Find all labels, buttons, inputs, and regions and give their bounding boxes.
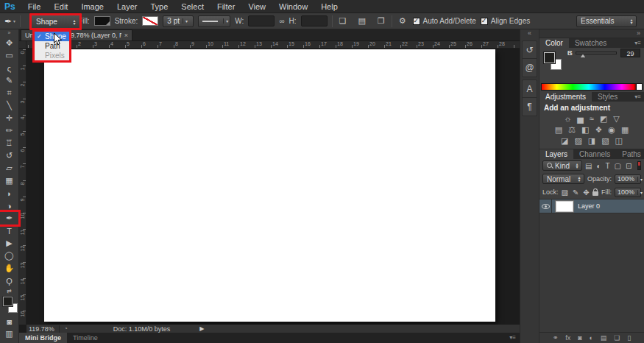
visibility-eye-icon[interactable]: [542, 204, 550, 209]
tool-button[interactable]: ⌗: [0, 87, 18, 99]
pen-tool-preset[interactable]: ✒ ▾: [4, 16, 15, 26]
adjustment-icon[interactable]: ▅: [577, 113, 583, 124]
channel-value[interactable]: 29: [620, 49, 640, 57]
layers-footer-icon[interactable]: ⚭: [553, 334, 559, 342]
tool-button[interactable]: ✎: [0, 74, 18, 87]
stroke-width-dropdown[interactable]: 3 pt ▾: [163, 15, 194, 27]
tool-mode-menu-item[interactable]: ✓ Pixels: [35, 51, 69, 60]
tool-button[interactable]: ✥: [0, 37, 18, 49]
zoom-level[interactable]: 119.78%: [26, 325, 60, 333]
layer-row[interactable]: Layer 0: [539, 199, 644, 213]
adjustment-icon[interactable]: ▦: [621, 124, 629, 135]
menu-item[interactable]: Type: [144, 0, 175, 13]
layer-filter-icon[interactable]: ▤: [585, 162, 592, 170]
adjustment-icon[interactable]: ◫: [615, 135, 623, 146]
panel-menu-icon[interactable]: ▾≡: [509, 333, 516, 343]
options-icon[interactable]: ❐: [375, 16, 387, 26]
tool-button[interactable]: ▶: [0, 237, 18, 250]
tool-button[interactable]: ◗: [0, 187, 18, 199]
tool-button[interactable]: Ϙ: [0, 275, 18, 287]
options-icon[interactable]: ❏: [337, 16, 349, 26]
filter-kind-dropdown[interactable]: Kind ▴▾: [542, 160, 582, 171]
tool-button[interactable]: ♖: [0, 137, 18, 149]
stroke-swatch[interactable]: [142, 16, 158, 26]
bottom-tab[interactable]: Mini Bridge: [19, 333, 67, 343]
panel-icon[interactable]: ↺: [523, 41, 537, 59]
lock-all-icon[interactable]: [592, 191, 598, 196]
color-spectrum-ramp[interactable]: [541, 83, 643, 91]
panel-menu-icon[interactable]: ▾≡: [634, 92, 641, 102]
layer-filter-icon[interactable]: ⊡: [626, 162, 631, 170]
fill-value[interactable]: 100% ▾: [615, 188, 641, 197]
panel-tab[interactable]: Layers: [539, 149, 573, 159]
panel-tab[interactable]: Color: [539, 38, 569, 48]
adjustment-icon[interactable]: ▨: [574, 135, 581, 146]
channel-slider[interactable]: [576, 52, 617, 54]
status-menu-arrow-icon[interactable]: ▶: [199, 325, 204, 332]
stroke-style-dropdown[interactable]: ▾: [198, 15, 230, 27]
tool-button[interactable]: ✏: [0, 124, 18, 137]
tool-mode-menu-item[interactable]: ✓ Shape: [35, 32, 69, 41]
tool-button[interactable]: T: [0, 224, 18, 237]
tool-button[interactable]: ╲: [0, 99, 18, 112]
workspace-dropdown[interactable]: Essentials ▴▾: [576, 15, 637, 27]
adjustment-icon[interactable]: ❖: [595, 124, 602, 135]
menu-item[interactable]: File: [21, 0, 48, 13]
adjustment-icon[interactable]: ⚖: [568, 124, 576, 135]
tool-button[interactable]: ✛: [0, 112, 18, 124]
screen-mode-button[interactable]: ▥: [0, 328, 18, 340]
height-input[interactable]: [301, 15, 328, 26]
auto-add-delete-checkbox[interactable]: Auto Add/Delete: [413, 17, 476, 25]
menu-item[interactable]: View: [241, 0, 272, 13]
collapse-panels-icon[interactable]: »: [539, 29, 644, 38]
tool-button[interactable]: ↺: [0, 149, 18, 162]
menu-item[interactable]: Filter: [210, 0, 241, 13]
layers-footer-icon[interactable]: ◙: [578, 334, 581, 342]
panel-icon[interactable]: @: [523, 59, 537, 77]
quick-mask-button[interactable]: ◙: [0, 315, 18, 328]
lock-icon[interactable]: ✎: [573, 188, 578, 197]
adjustment-icon[interactable]: ◧: [581, 124, 589, 135]
filter-toggle[interactable]: [637, 161, 641, 170]
opacity-value[interactable]: 100% ▾: [615, 174, 641, 184]
swap-colors-icon[interactable]: ⇄: [0, 287, 18, 296]
tool-button[interactable]: ▱: [0, 162, 18, 174]
menu-item[interactable]: Window: [272, 0, 314, 13]
tool-button[interactable]: ◯: [0, 250, 18, 262]
adjustment-icon[interactable]: ▤: [555, 124, 562, 135]
layer-filter-icon[interactable]: T: [606, 162, 610, 170]
layer-thumbnail[interactable]: [556, 201, 573, 212]
options-icon[interactable]: ▤: [355, 16, 367, 26]
layers-footer-icon[interactable]: ❏: [614, 334, 620, 342]
adjustment-icon[interactable]: ≈: [590, 113, 594, 124]
layers-footer-icon[interactable]: fx: [565, 334, 570, 342]
slider-thumb-icon[interactable]: [581, 54, 585, 57]
blend-mode-dropdown[interactable]: Normal ▴▾: [542, 174, 584, 184]
adjustment-icon[interactable]: ◪: [561, 135, 568, 146]
foreground-color-swatch[interactable]: [3, 297, 13, 306]
align-edges-checkbox[interactable]: Align Edges: [481, 17, 530, 25]
toolbox-grip[interactable]: »: [0, 29, 18, 37]
canvas[interactable]: [44, 49, 495, 322]
lock-icon[interactable]: ✥: [583, 188, 589, 197]
link-dimensions-icon[interactable]: ∞: [279, 17, 284, 25]
panel-tab[interactable]: Swatches: [569, 38, 612, 48]
close-icon[interactable]: ×: [124, 32, 128, 39]
fill-swatch[interactable]: [94, 16, 110, 26]
adjustment-icon[interactable]: ◩: [600, 113, 607, 124]
menu-item[interactable]: Image: [74, 0, 110, 13]
menu-item[interactable]: Layer: [110, 0, 144, 13]
adjustment-icon[interactable]: ▽: [613, 113, 619, 124]
width-input[interactable]: [248, 15, 275, 26]
tool-button[interactable]: ✒: [0, 212, 18, 224]
tool-mode-dropdown[interactable]: Shape ▴▾: [29, 13, 82, 30]
adjustment-icon[interactable]: ◉: [608, 124, 615, 135]
layer-filter-icon[interactable]: ◐: [596, 162, 601, 170]
tool-button[interactable]: ▭: [0, 49, 18, 62]
panel-tab[interactable]: Adjustments: [539, 92, 592, 102]
menu-item[interactable]: Edit: [47, 0, 74, 13]
adjustment-icon[interactable]: ◨: [588, 135, 595, 146]
layer-filter-icon[interactable]: ▢: [615, 162, 621, 170]
menu-item[interactable]: Help: [314, 0, 344, 13]
tool-button[interactable]: ✋: [0, 262, 18, 275]
